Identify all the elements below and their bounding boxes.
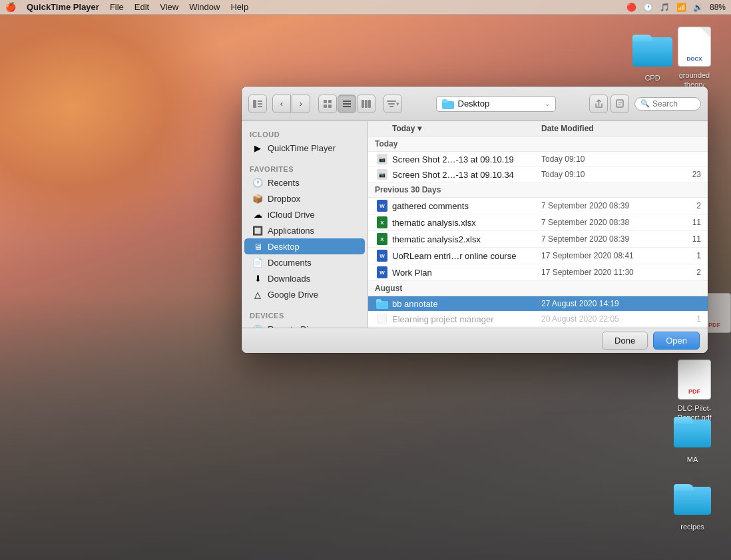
svg-rect-5 [328, 100, 332, 103]
sidebar-item-desktop[interactable]: 🖥 Desktop [244, 238, 365, 254]
file-date: 27 August 2020 14:19 [541, 299, 674, 308]
tag-button[interactable] [610, 95, 629, 113]
sidebar-item-google-drive[interactable]: △ Google Drive [244, 286, 365, 302]
ma-folder-icon [671, 410, 714, 452]
file-size: 1 [674, 251, 701, 260]
svg-rect-14 [387, 101, 396, 102]
done-button[interactable]: Done [602, 332, 648, 350]
file-date: 7 September 2020 08:39 [541, 234, 674, 244]
menu-help[interactable]: Help [230, 2, 248, 12]
file-name: Screen Shot 2…-13 at 09.10.19 [392, 154, 541, 164]
sort-arrow: ▾ [417, 124, 421, 133]
view-buttons [318, 95, 375, 113]
svg-rect-0 [253, 100, 256, 108]
dropbox-icon: 📦 [252, 193, 263, 204]
search-bar[interactable]: 🔍 [634, 97, 701, 111]
table-row[interactable]: W UoRLearn entri…r online course 17 Sept… [368, 248, 708, 264]
file-icon-excel1: X [375, 216, 389, 228]
table-row[interactable]: X thematic analysis2.xlsx 7 September 20… [368, 231, 708, 248]
finder-window: ‹ › ▾ [242, 87, 708, 353]
svg-rect-16 [389, 106, 393, 107]
file-icon-folder-bb [375, 298, 389, 309]
sidebar-item-applications[interactable]: 🔲 Applications [244, 222, 365, 238]
file-name: thematic analysis2.xlsx [392, 234, 541, 244]
file-date: 7 September 2020 08:38 [541, 218, 674, 227]
search-icon: 🔍 [640, 99, 650, 108]
recipes-folder-icon [671, 477, 714, 519]
sidebar-item-quicktime[interactable]: ▶ QuickTime Player [244, 140, 365, 156]
desktop-icon-grounded-theory[interactable]: grounded theory [666, 25, 723, 90]
file-size: 2 [674, 201, 701, 210]
sidebar-section-icloud: iCloud [242, 127, 367, 140]
forward-button[interactable]: › [292, 95, 310, 113]
path-folder-icon [442, 99, 454, 109]
section-august: August [368, 281, 708, 296]
list-view-button[interactable] [338, 95, 356, 113]
menu-file[interactable]: File [110, 2, 124, 12]
svg-rect-11 [362, 100, 364, 108]
table-row[interactable]: Elearning project manager 20 August 2020… [368, 312, 708, 327]
search-input[interactable] [652, 99, 699, 109]
table-row[interactable]: Sue Blackett 18 August 2020 02:37 [368, 327, 708, 328]
table-row[interactable]: 📷 Screen Shot 2…-13 at 09.10.19 Today 09… [368, 152, 708, 167]
sidebar-item-icloud-drive[interactable]: ☁ iCloud Drive [244, 206, 365, 222]
file-size: 2 [674, 268, 701, 277]
file-size: 1 [674, 314, 701, 324]
file-name: UoRLearn entri…r online course [392, 251, 541, 261]
table-row[interactable]: X thematic analysis.xlsx 7 September 202… [368, 214, 708, 231]
menu-view[interactable]: View [160, 2, 178, 12]
path-bar-container: Desktop ⌄ [407, 96, 584, 112]
desktop-icon-ma[interactable]: MA [666, 410, 719, 464]
svg-rect-9 [343, 103, 351, 105]
file-icon-excel2: X [375, 233, 389, 245]
file-name: Elearning project manager [392, 314, 541, 324]
desktop-icon-recipes[interactable]: recipes [666, 477, 719, 531]
ma-label: MA [687, 455, 698, 464]
open-button[interactable]: Open [653, 332, 700, 350]
menu-edit[interactable]: Edit [134, 2, 149, 12]
file-date: Today 09:10 [541, 170, 674, 179]
table-row[interactable]: W gathered comments 7 September 2020 08:… [368, 198, 708, 214]
google-drive-icon: △ [252, 289, 263, 300]
menubar-time-icon: 🕐 [643, 3, 653, 12]
app-name[interactable]: QuickTime Player [27, 2, 99, 12]
back-button[interactable]: ‹ [272, 95, 291, 113]
icloud-drive-icon: ☁ [252, 209, 263, 220]
svg-rect-7 [328, 105, 332, 108]
apple-menu[interactable]: 🍎 [5, 2, 16, 12]
name-column-header[interactable]: Today ▾ [392, 124, 541, 133]
file-date: 17 September 2020 08:41 [541, 251, 674, 260]
sort-button[interactable]: ▾ [383, 95, 402, 113]
sky-overlay [0, 15, 240, 248]
sidebar-label-downloads: Downloads [268, 274, 310, 284]
date-column-header[interactable]: Date Modified [541, 124, 674, 133]
grounded-theory-icon [673, 25, 716, 68]
header-today-label: Today [392, 124, 415, 133]
finder-sidebar: iCloud ▶ QuickTime Player Favorites 🕐 Re… [242, 121, 368, 328]
svg-rect-3 [258, 106, 262, 107]
file-icon-word2: W [375, 250, 389, 262]
svg-rect-4 [324, 100, 327, 103]
sidebar-toggle-button[interactable] [248, 95, 267, 113]
table-row[interactable]: W Work Plan 17 September 2020 11:30 2 [368, 264, 708, 281]
file-name: thematic analysis.xlsx [392, 218, 541, 228]
finder-body: iCloud ▶ QuickTime Player Favorites 🕐 Re… [242, 121, 708, 328]
sidebar-label-quicktime: QuickTime Player [268, 143, 336, 153]
path-bar[interactable]: Desktop ⌄ [436, 96, 556, 112]
icon-view-button[interactable] [318, 95, 337, 113]
sidebar-item-documents[interactable]: 📄 Documents [244, 254, 365, 270]
table-row-selected[interactable]: bb annotate 27 August 2020 14:19 [368, 296, 708, 312]
svg-rect-6 [324, 105, 327, 108]
menu-window[interactable]: Window [189, 2, 220, 12]
table-row[interactable]: 📷 Screen Shot 2…-13 at 09.10.34 Today 09… [368, 167, 708, 182]
column-view-button[interactable] [357, 95, 375, 113]
sidebar-item-downloads[interactable]: ⬇ Downloads [244, 270, 365, 286]
share-button[interactable] [589, 95, 608, 113]
sidebar-item-dropbox[interactable]: 📦 Dropbox [244, 190, 365, 206]
sidebar-item-remote-disc[interactable]: 💿 Remote Disc [244, 321, 365, 328]
section-today: Today [368, 137, 708, 152]
menubar-wifi-icon: 📶 [676, 3, 686, 12]
file-icon-screen2: 📷 [375, 169, 389, 180]
sidebar-item-recents[interactable]: 🕐 Recents [244, 174, 365, 190]
file-size: 11 [674, 218, 701, 227]
